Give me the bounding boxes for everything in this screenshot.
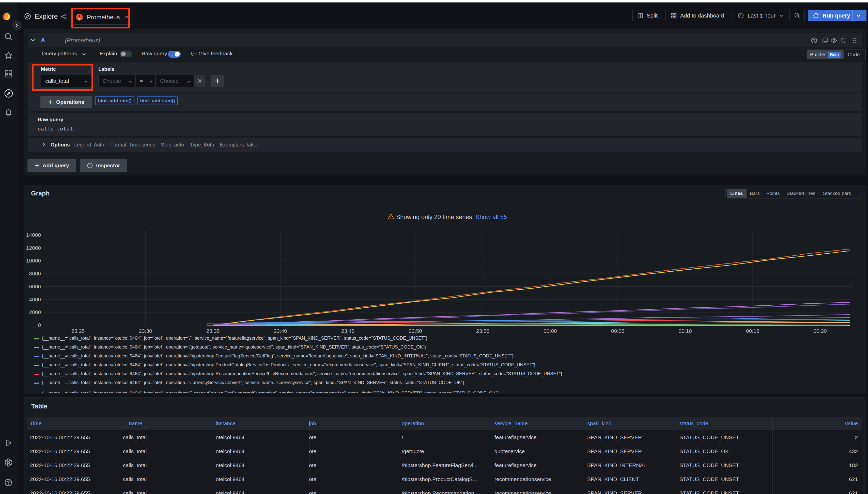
svg-text:23:40: 23:40 xyxy=(274,328,287,334)
svg-text:00:00: 00:00 xyxy=(543,328,557,334)
svg-text:8000: 8000 xyxy=(29,271,41,277)
svg-text:00:15: 00:15 xyxy=(746,328,759,334)
svg-text:23:55: 23:55 xyxy=(476,328,490,334)
svg-text:2000: 2000 xyxy=(29,309,41,315)
svg-text:23:30: 23:30 xyxy=(139,328,152,334)
svg-text:23:25: 23:25 xyxy=(71,328,85,334)
svg-text:4000: 4000 xyxy=(29,297,41,302)
svg-text:6000: 6000 xyxy=(29,284,41,289)
svg-text:00:20: 00:20 xyxy=(813,328,827,334)
svg-text:0: 0 xyxy=(38,322,41,328)
svg-text:12000: 12000 xyxy=(26,245,41,251)
svg-text:23:35: 23:35 xyxy=(206,328,220,334)
svg-text:23:45: 23:45 xyxy=(341,328,355,334)
svg-text:14000: 14000 xyxy=(26,232,41,238)
svg-text:23:50: 23:50 xyxy=(409,328,422,334)
svg-text:00:10: 00:10 xyxy=(679,328,692,334)
svg-text:00:05: 00:05 xyxy=(611,328,625,334)
svg-text:10000: 10000 xyxy=(26,258,41,264)
